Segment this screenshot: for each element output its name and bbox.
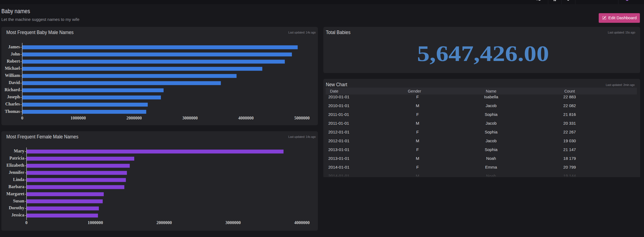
svg-text:4000000: 4000000 <box>238 116 254 120</box>
svg-text:0: 0 <box>25 220 27 225</box>
svg-text:4000000: 4000000 <box>294 220 310 225</box>
svg-text:Robert: Robert <box>7 59 20 63</box>
svg-text:Michael: Michael <box>5 66 20 71</box>
svg-text:Susan: Susan <box>13 199 24 203</box>
svg-text:Elizabeth: Elizabeth <box>7 163 24 168</box>
svg-text:Thomas: Thomas <box>5 109 20 114</box>
svg-text:Barbara: Barbara <box>9 184 24 189</box>
svg-text:James: James <box>8 44 20 49</box>
svg-text:2000000: 2000000 <box>156 220 172 225</box>
svg-text:Jessica: Jessica <box>11 213 24 217</box>
svg-text:Charles: Charles <box>5 102 20 106</box>
svg-text:1000000: 1000000 <box>88 220 103 225</box>
svg-text:5000000: 5000000 <box>294 116 310 120</box>
svg-text:Dorothy: Dorothy <box>9 205 24 210</box>
svg-text:3000000: 3000000 <box>182 116 198 120</box>
svg-text:Joseph: Joseph <box>7 94 20 99</box>
svg-text:William: William <box>5 73 20 78</box>
svg-text:Mary: Mary <box>14 149 24 154</box>
svg-text:Richard: Richard <box>5 87 20 92</box>
svg-text:David: David <box>9 80 20 85</box>
svg-text:0: 0 <box>21 116 23 120</box>
svg-text:1000000: 1000000 <box>71 116 86 120</box>
svg-text:Linda: Linda <box>13 177 24 182</box>
svg-text:John: John <box>11 52 20 56</box>
svg-text:Patricia: Patricia <box>9 156 24 160</box>
svg-text:3000000: 3000000 <box>225 220 241 225</box>
svg-text:Jennifer: Jennifer <box>9 170 24 175</box>
svg-text:2000000: 2000000 <box>127 116 142 120</box>
svg-text:Margaret: Margaret <box>6 191 24 196</box>
